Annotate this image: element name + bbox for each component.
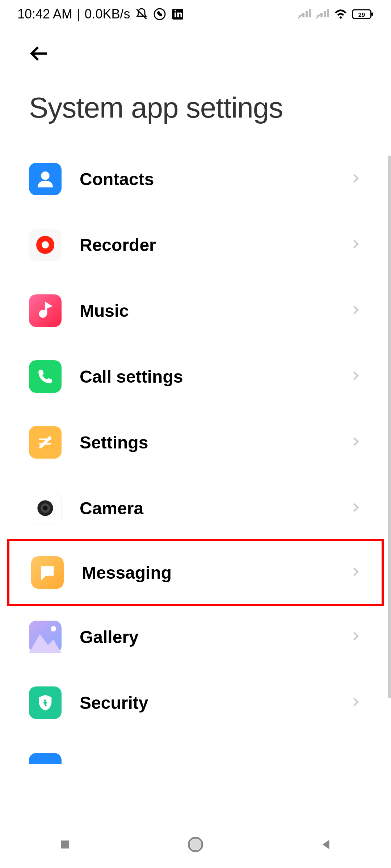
contacts-icon bbox=[29, 163, 62, 195]
gallery-icon bbox=[29, 621, 62, 653]
messaging-icon bbox=[31, 556, 64, 589]
nav-back-button[interactable] bbox=[317, 835, 335, 854]
scroll-indicator[interactable] bbox=[388, 156, 391, 698]
security-icon bbox=[29, 686, 62, 719]
square-icon bbox=[58, 838, 72, 851]
chevron-right-icon bbox=[349, 435, 362, 450]
camera-icon bbox=[29, 492, 62, 524]
svg-point-17 bbox=[191, 840, 200, 849]
svg-point-5 bbox=[41, 171, 49, 180]
whatsapp-icon bbox=[153, 7, 167, 21]
back-button[interactable] bbox=[0, 28, 391, 66]
item-label: Settings bbox=[80, 433, 349, 452]
item-label: Gallery bbox=[80, 627, 349, 647]
music-icon bbox=[29, 294, 62, 327]
sidebar-item-gallery[interactable]: Gallery bbox=[0, 604, 391, 670]
arrow-left-icon bbox=[29, 43, 51, 64]
status-time: 10:42 AM bbox=[17, 7, 72, 22]
settings-icon bbox=[29, 426, 62, 459]
wifi-icon bbox=[334, 7, 348, 21]
item-label: Music bbox=[80, 301, 349, 321]
item-label: Recorder bbox=[80, 235, 349, 255]
svg-text:29: 29 bbox=[358, 12, 365, 18]
nav-recents-button[interactable] bbox=[56, 835, 74, 854]
status-right: 29 bbox=[298, 7, 374, 21]
status-separator: | bbox=[77, 7, 80, 22]
item-label: Security bbox=[80, 693, 349, 713]
chevron-right-icon bbox=[349, 303, 362, 318]
call-settings-icon bbox=[29, 360, 62, 393]
sidebar-item-recorder[interactable]: Recorder bbox=[0, 212, 391, 278]
signal-1-icon bbox=[298, 7, 311, 21]
sidebar-item-security[interactable]: Security bbox=[0, 670, 391, 736]
chevron-right-icon bbox=[349, 501, 362, 515]
partial-icon bbox=[29, 753, 62, 764]
item-label: Messaging bbox=[82, 563, 349, 583]
battery-icon: 29 bbox=[352, 7, 374, 21]
svg-rect-15 bbox=[61, 841, 69, 848]
svg-rect-3 bbox=[371, 13, 373, 16]
chevron-right-icon bbox=[349, 369, 362, 384]
page-title: System app settings bbox=[0, 66, 391, 146]
sidebar-item-messaging[interactable]: Messaging bbox=[7, 539, 384, 606]
sidebar-item-music[interactable]: Music bbox=[0, 278, 391, 344]
nav-bar bbox=[0, 821, 391, 868]
sidebar-item-contacts[interactable]: Contacts bbox=[0, 146, 391, 212]
sidebar-item-settings[interactable]: Settings bbox=[0, 409, 391, 475]
triangle-left-icon bbox=[319, 838, 333, 851]
chevron-right-icon bbox=[349, 238, 362, 252]
sidebar-item-camera[interactable]: Camera bbox=[0, 475, 391, 541]
item-label: Call settings bbox=[80, 367, 349, 387]
dnd-icon bbox=[135, 7, 148, 21]
sidebar-item-call-settings[interactable]: Call settings bbox=[0, 344, 391, 409]
svg-point-14 bbox=[51, 626, 56, 631]
settings-list: Contacts Recorder Music Call settings bbox=[0, 146, 391, 765]
nav-home-button[interactable] bbox=[186, 835, 205, 854]
status-bar: 10:42 AM | 0.0KB/s 29 bbox=[0, 0, 391, 28]
signal-2-icon bbox=[316, 7, 329, 21]
chevron-right-icon bbox=[349, 630, 362, 644]
chevron-right-icon bbox=[349, 565, 362, 580]
circle-icon bbox=[186, 835, 205, 854]
svg-point-13 bbox=[43, 506, 48, 511]
svg-point-7 bbox=[42, 241, 49, 248]
chevron-right-icon bbox=[349, 695, 362, 710]
item-label: Contacts bbox=[80, 169, 349, 189]
status-data-rate: 0.0KB/s bbox=[84, 7, 130, 22]
status-left: 10:42 AM | 0.0KB/s bbox=[17, 7, 185, 22]
recorder-icon bbox=[29, 229, 62, 261]
sidebar-item-partial[interactable] bbox=[0, 736, 391, 765]
linkedin-icon bbox=[171, 7, 185, 21]
item-label: Camera bbox=[80, 498, 349, 518]
chevron-right-icon bbox=[349, 172, 362, 186]
